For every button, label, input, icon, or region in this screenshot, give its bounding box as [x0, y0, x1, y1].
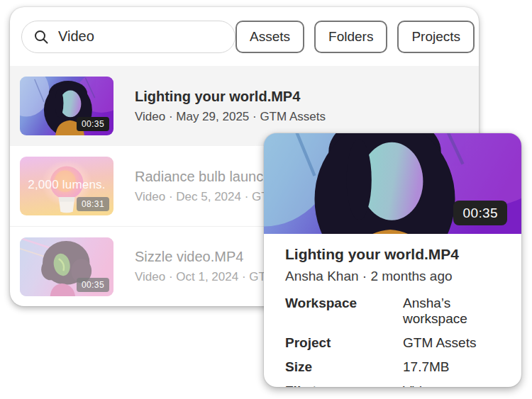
filter-button-group: Assets Folders Projects	[235, 21, 475, 53]
detail-field-value: 17.7MB	[403, 359, 504, 375]
detail-title: Lighting your world.MP4	[285, 246, 504, 263]
result-title: Lighting your world.MP4	[135, 89, 326, 105]
detail-field-label: Size	[285, 359, 403, 375]
duration-badge: 00:35	[77, 278, 109, 292]
detail-field-value: Video	[403, 383, 504, 387]
video-thumbnail[interactable]: 00:35	[20, 237, 113, 296]
search-overlay: Assets Folders Projects	[0, 0, 532, 399]
detail-video-preview[interactable]: 00:35	[264, 133, 521, 234]
duration-badge: 08:31	[77, 197, 109, 211]
detail-byline: Ansha Khan · 2 months ago	[285, 269, 504, 284]
thumbnail-overlay-text: 2,000 lumens.	[20, 178, 113, 192]
detail-field-value: Ansha’s workspace	[403, 296, 504, 327]
duration-badge: 00:35	[77, 117, 109, 131]
filter-projects-button[interactable]: Projects	[397, 21, 475, 53]
search-icon	[33, 29, 49, 45]
filter-folders-button[interactable]: Folders	[314, 21, 387, 53]
search-bar[interactable]	[21, 21, 235, 53]
detail-fields: Workspace Ansha’s workspace Project GTM …	[285, 296, 504, 387]
filter-assets-button[interactable]: Assets	[235, 21, 304, 53]
search-input[interactable]	[58, 28, 223, 45]
search-toolbar: Assets Folders Projects	[10, 7, 479, 66]
result-text: Lighting your world.MP4 Video · May 29, …	[135, 89, 326, 124]
result-meta: Video · May 29, 2025 · GTM Assets	[135, 110, 326, 124]
detail-field-label: Workspace	[285, 296, 403, 327]
detail-field-value: GTM Assets	[403, 335, 504, 351]
video-thumbnail[interactable]: 00:35	[20, 77, 113, 135]
detail-field-label: Project	[285, 335, 403, 351]
duration-badge: 00:35	[453, 201, 507, 225]
detail-card-body: Lighting your world.MP4 Ansha Khan · 2 m…	[264, 234, 521, 387]
detail-field-label: File type	[285, 383, 403, 387]
video-thumbnail[interactable]: 2,000 lumens. 08:31	[20, 157, 113, 215]
asset-detail-card: 00:35 Lighting your world.MP4 Ansha Khan…	[264, 133, 521, 387]
